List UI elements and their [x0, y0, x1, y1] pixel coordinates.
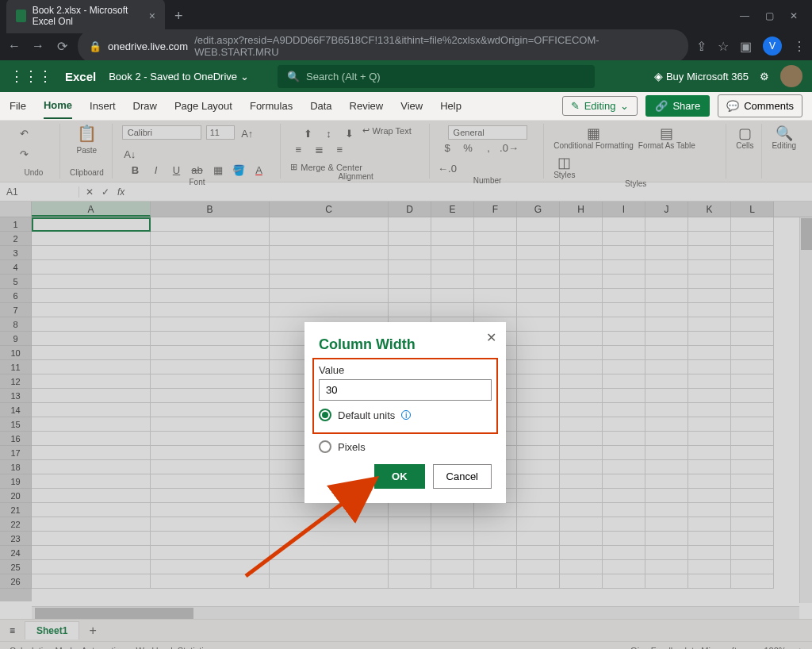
col-header-k[interactable]: K [688, 202, 731, 217]
fx-icon[interactable]: fx [117, 186, 124, 198]
feedback-link[interactable]: Give Feedback to Microsoft [630, 646, 737, 650]
row-header[interactable]: 17 [0, 446, 32, 460]
row-header[interactable]: 23 [0, 532, 32, 546]
close-window-icon[interactable]: ✕ [790, 10, 798, 21]
comma-icon[interactable]: , [481, 140, 496, 156]
document-title[interactable]: Book 2 - Saved to OneDrive ⌄ [109, 71, 249, 83]
row-header[interactable]: 11 [0, 360, 32, 374]
percent-icon[interactable]: % [460, 140, 476, 156]
sheet-tab-sheet1[interactable]: Sheet1 [25, 621, 79, 639]
merge-center-button[interactable]: ⊞ Merge & Center [290, 162, 362, 172]
info-icon[interactable]: i [401, 410, 411, 420]
row-header[interactable]: 19 [0, 474, 32, 489]
cancel-formula-icon[interactable]: ✕ [86, 186, 94, 198]
search-input[interactable]: 🔍 Search (Alt + Q) [278, 65, 595, 88]
gear-icon[interactable]: ⚙ [760, 71, 769, 83]
zoom-out-icon[interactable]: − [748, 646, 753, 650]
underline-icon[interactable]: U [169, 162, 185, 178]
font-name-select[interactable] [122, 125, 201, 140]
zoom-in-icon[interactable]: + [798, 646, 802, 650]
col-header-l[interactable]: L [731, 202, 774, 217]
tab-data[interactable]: Data [310, 94, 331, 118]
bold-icon[interactable]: B [128, 162, 144, 178]
col-header-j[interactable]: J [645, 202, 688, 217]
row-header[interactable]: 10 [0, 346, 32, 360]
cell-styles-icon[interactable]: ◫ [557, 155, 573, 171]
select-all-corner[interactable] [0, 202, 32, 217]
extensions-icon[interactable]: ▣ [740, 39, 752, 54]
border-icon[interactable]: ▦ [210, 162, 226, 178]
shrink-font-icon[interactable]: A↓ [122, 146, 138, 162]
tab-file[interactable]: File [10, 94, 26, 118]
reload-icon[interactable]: ⟳ [54, 39, 70, 54]
tab-insert[interactable]: Insert [90, 94, 116, 118]
row-header[interactable]: 3 [0, 246, 32, 260]
col-header-e[interactable]: E [431, 202, 474, 217]
cancel-button[interactable]: Cancel [433, 464, 492, 489]
row-header[interactable]: 12 [0, 374, 32, 389]
align-left-icon[interactable]: ≡ [290, 141, 306, 157]
row-header[interactable]: 24 [0, 546, 32, 560]
ok-button[interactable]: OK [374, 464, 425, 489]
row-header[interactable]: 1 [0, 217, 32, 232]
scroll-thumb-v[interactable] [801, 218, 812, 250]
number-format-select[interactable] [448, 125, 527, 140]
tab-page-layout[interactable]: Page Layout [174, 94, 232, 118]
editing-icon[interactable]: 🔍 [776, 125, 792, 141]
scroll-thumb-h[interactable] [35, 608, 193, 619]
align-mid-icon[interactable]: ↕ [321, 125, 337, 141]
undo-icon[interactable]: ↶ [16, 125, 32, 141]
col-header-a[interactable]: A [32, 202, 151, 217]
col-header-f[interactable]: F [474, 202, 517, 217]
horizontal-scrollbar[interactable] [32, 606, 799, 619]
col-header-i[interactable]: I [603, 202, 645, 217]
row-header[interactable]: 25 [0, 560, 32, 574]
comments-button[interactable]: 💬Comments [718, 94, 802, 117]
bookmark-icon[interactable]: ☆ [718, 39, 729, 54]
row-header[interactable]: 4 [0, 260, 32, 275]
decrease-decimal-icon[interactable]: ←.0 [439, 160, 455, 176]
row-header[interactable]: 16 [0, 432, 32, 446]
redo-icon[interactable]: ↷ [16, 146, 32, 162]
row-header[interactable]: 15 [0, 417, 32, 432]
vertical-scrollbar[interactable] [799, 217, 812, 603]
tab-home[interactable]: Home [44, 93, 72, 119]
col-header-d[interactable]: D [389, 202, 431, 217]
cells-icon[interactable]: ▢ [737, 125, 753, 141]
address-bar[interactable]: 🔒 onedrive.live.com/edit.aspx?resid=A9DD… [78, 29, 688, 63]
italic-icon[interactable]: I [148, 162, 164, 178]
grow-font-icon[interactable]: A↑ [239, 125, 255, 141]
share-url-icon[interactable]: ⇪ [696, 39, 707, 54]
font-color-icon[interactable]: A [251, 162, 267, 178]
row-header[interactable]: 6 [0, 289, 32, 303]
profile-avatar[interactable]: V [763, 36, 782, 56]
width-value-input[interactable] [319, 379, 492, 401]
radio-default-units[interactable]: Default units i [319, 409, 492, 421]
font-size-select[interactable] [206, 125, 235, 140]
maximize-icon[interactable]: ▢ [765, 10, 774, 21]
forward-icon[interactable]: → [30, 39, 46, 53]
app-launcher-icon[interactable]: ⋮⋮⋮ [10, 67, 52, 85]
col-header-g[interactable]: G [517, 202, 560, 217]
buy-microsoft-link[interactable]: ◈ Buy Microsoft 365 [654, 70, 749, 83]
wrap-text-button[interactable]: ↩ Wrap Text [362, 125, 412, 136]
minimize-icon[interactable]: — [740, 10, 749, 21]
dialog-close-icon[interactable]: ✕ [486, 330, 496, 345]
editing-mode-button[interactable]: ✎Editing ⌄ [562, 96, 638, 116]
share-button[interactable]: 🔗Share [645, 95, 710, 117]
cond-format-icon[interactable]: ▦ [585, 125, 601, 141]
all-sheets-icon[interactable]: ≡ [10, 625, 15, 636]
format-table-icon[interactable]: ▤ [659, 125, 675, 141]
row-header[interactable]: 22 [0, 517, 32, 532]
radio-pixels[interactable]: Pixels [319, 440, 492, 453]
strike-icon[interactable]: ab [190, 162, 205, 178]
active-cell[interactable] [32, 217, 151, 232]
back-icon[interactable]: ← [6, 39, 22, 53]
increase-decimal-icon[interactable]: .0→ [501, 140, 517, 156]
align-right-icon[interactable]: ≡ [331, 141, 347, 157]
new-tab-button[interactable]: + [174, 8, 183, 25]
col-header-h[interactable]: H [560, 202, 603, 217]
name-box[interactable]: A1 [0, 186, 79, 198]
browser-menu-icon[interactable]: ⋮ [793, 39, 806, 54]
row-header[interactable]: 14 [0, 403, 32, 417]
